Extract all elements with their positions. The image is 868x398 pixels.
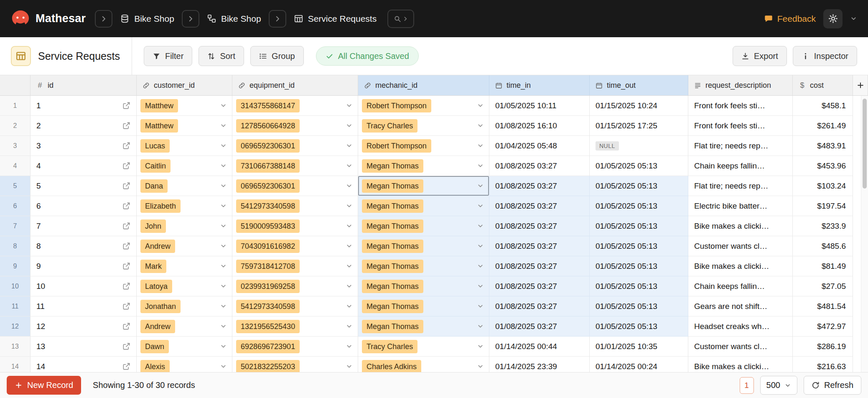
chevron-down-icon[interactable] xyxy=(477,323,484,330)
add-column-button[interactable] xyxy=(853,75,868,95)
cell-id[interactable]: 11 xyxy=(31,296,137,316)
cell-time_in[interactable]: 01/08/2025 16:10 xyxy=(489,116,590,136)
chevron-down-icon[interactable] xyxy=(477,102,484,109)
chevron-down-icon[interactable] xyxy=(220,283,227,290)
cell-request-description[interactable]: Bike makes a clicki… xyxy=(688,256,793,276)
cell-id[interactable]: 7 xyxy=(31,216,137,236)
cell-request-description[interactable]: Bike makes a clicki… xyxy=(688,357,793,372)
external-link-icon[interactable] xyxy=(122,122,130,130)
cell-request-description[interactable]: Flat tire; needs rep… xyxy=(688,136,793,156)
cell-mechanic_id[interactable]: Robert Thompson xyxy=(358,96,489,116)
cell-time_out[interactable]: 01/05/2025 05:13 xyxy=(590,236,688,256)
row-number[interactable]: 2 xyxy=(0,116,31,136)
cell-time_out[interactable]: 01/14/2025 00:24 xyxy=(590,357,688,372)
chevron-down-icon[interactable] xyxy=(477,222,484,230)
cell-request-description[interactable]: Front fork feels sti… xyxy=(688,116,793,136)
cell-time_out[interactable]: 01/05/2025 05:13 xyxy=(590,156,688,176)
settings-button[interactable] xyxy=(823,9,843,28)
cell-cost[interactable]: $27.05 xyxy=(793,276,853,296)
cell-equipment_id[interactable]: 0239931969258 xyxy=(232,276,358,296)
cell-request-description[interactable]: Flat tire; needs rep… xyxy=(688,176,793,196)
external-link-icon[interactable] xyxy=(122,142,130,150)
new-record-button[interactable]: New Record xyxy=(7,376,81,395)
scrollbar-thumb[interactable] xyxy=(863,99,867,189)
cell-equipment_id[interactable]: 1278560664928 xyxy=(232,116,358,136)
cell-time_in[interactable]: 01/08/2025 03:27 xyxy=(489,156,590,176)
cell-equipment_id[interactable]: 7043091616982 xyxy=(232,236,358,256)
cell-mechanic_id[interactable]: Tracy Charles xyxy=(358,116,489,136)
external-link-icon[interactable] xyxy=(122,242,130,250)
chevron-down-icon[interactable] xyxy=(477,202,484,209)
cell-time_out[interactable]: 01/05/2025 05:13 xyxy=(590,316,688,337)
breadcrumb-schema[interactable]: Bike Shop xyxy=(205,14,263,24)
cell-mechanic_id[interactable]: Megan Thomas xyxy=(358,216,489,236)
cell-equipment_id[interactable]: 3143755868147 xyxy=(232,96,358,116)
column-header-time_in[interactable]: time_in xyxy=(489,75,590,95)
cell-mechanic_id[interactable]: Tracy Charles xyxy=(358,337,489,357)
cell-time_in[interactable]: 01/14/2025 00:44 xyxy=(489,337,590,357)
cell-request-description[interactable]: Customer wants cl… xyxy=(688,236,793,256)
page-number-button[interactable]: 1 xyxy=(740,377,754,394)
cell-customer_id[interactable]: Dana xyxy=(137,176,232,196)
cell-equipment_id[interactable]: 7597318412708 xyxy=(232,256,358,276)
cell-id[interactable]: 9 xyxy=(31,256,137,276)
chevron-down-icon[interactable] xyxy=(477,363,484,370)
settings-caret-icon[interactable] xyxy=(850,15,857,22)
cell-time_in[interactable]: 01/08/2025 03:27 xyxy=(489,276,590,296)
inspector-button[interactable]: Inspector xyxy=(793,46,857,66)
row-number[interactable]: 10 xyxy=(0,276,31,296)
cell-customer_id[interactable]: Caitlin xyxy=(137,156,232,176)
breadcrumb-selector-schema[interactable] xyxy=(182,10,199,28)
row-number[interactable]: 1 xyxy=(0,96,31,116)
cell-id[interactable]: 4 xyxy=(31,156,137,176)
chevron-down-icon[interactable] xyxy=(477,162,484,169)
cell-time_out[interactable]: 01/01/2025 10:35 xyxy=(590,337,688,357)
row-number[interactable]: 3 xyxy=(0,136,31,156)
chevron-down-icon[interactable] xyxy=(220,343,227,350)
column-header-customer_id[interactable]: customer_id xyxy=(137,75,232,95)
cell-request-description[interactable]: Customer wants cl… xyxy=(688,337,793,357)
cell-cost[interactable]: $483.91 xyxy=(793,136,853,156)
row-number[interactable]: 13 xyxy=(0,337,31,357)
row-number[interactable]: 8 xyxy=(0,236,31,256)
cell-cost[interactable]: $216.63 xyxy=(793,357,853,372)
cell-time_out[interactable]: 01/05/2025 05:13 xyxy=(590,196,688,216)
cell-time_in[interactable]: 01/04/2025 05:48 xyxy=(489,136,590,156)
row-number[interactable]: 5 xyxy=(0,176,31,196)
row-number[interactable]: 4 xyxy=(0,156,31,176)
cell-request-description[interactable]: Electric bike batter… xyxy=(688,196,793,216)
home-link[interactable]: Mathesar xyxy=(11,9,86,28)
cell-cost[interactable]: $485.6 xyxy=(793,236,853,256)
cell-cost[interactable]: $286.19 xyxy=(793,337,853,357)
chevron-down-icon[interactable] xyxy=(477,242,484,250)
cell-cost[interactable]: $197.54 xyxy=(793,196,853,216)
cell-cost[interactable]: $103.24 xyxy=(793,176,853,196)
cell-request-description[interactable]: Gears are not shift… xyxy=(688,296,793,316)
cell-mechanic_id[interactable]: Megan Thomas xyxy=(358,176,489,196)
cell-customer_id[interactable]: Elizabeth xyxy=(137,196,232,216)
cell-id[interactable]: 6 xyxy=(31,196,137,216)
cell-id[interactable]: 12 xyxy=(31,316,137,337)
cell-time_out[interactable]: 01/15/2025 17:25 xyxy=(590,116,688,136)
cell-mechanic_id[interactable]: Megan Thomas xyxy=(358,276,489,296)
chevron-down-icon[interactable] xyxy=(477,303,484,310)
cell-mechanic_id[interactable]: Megan Thomas xyxy=(358,256,489,276)
row-number[interactable]: 7 xyxy=(0,216,31,236)
cell-equipment_id[interactable]: 5021832255203 xyxy=(232,357,358,372)
column-header-mechanic_id[interactable]: mechanic_id xyxy=(358,75,489,95)
cell-equipment_id[interactable]: 5412973340598 xyxy=(232,196,358,216)
chevron-down-icon[interactable] xyxy=(477,122,484,129)
cell-time_in[interactable]: 01/08/2025 03:27 xyxy=(489,256,590,276)
search-button[interactable] xyxy=(387,10,414,28)
cell-equipment_id[interactable]: 5412973340598 xyxy=(232,296,358,316)
cell-id[interactable]: 8 xyxy=(31,236,137,256)
cell-time_in[interactable]: 01/08/2025 03:27 xyxy=(489,176,590,196)
sort-button[interactable]: Sort xyxy=(199,46,244,66)
breadcrumb-selector-table[interactable] xyxy=(269,10,286,28)
group-button[interactable]: Group xyxy=(250,46,304,66)
chevron-down-icon[interactable] xyxy=(346,102,353,109)
cell-mechanic_id[interactable]: Megan Thomas xyxy=(358,196,489,216)
cell-customer_id[interactable]: Dawn xyxy=(137,337,232,357)
cell-customer_id[interactable]: John xyxy=(137,216,232,236)
row-number[interactable]: 14 xyxy=(0,357,31,372)
